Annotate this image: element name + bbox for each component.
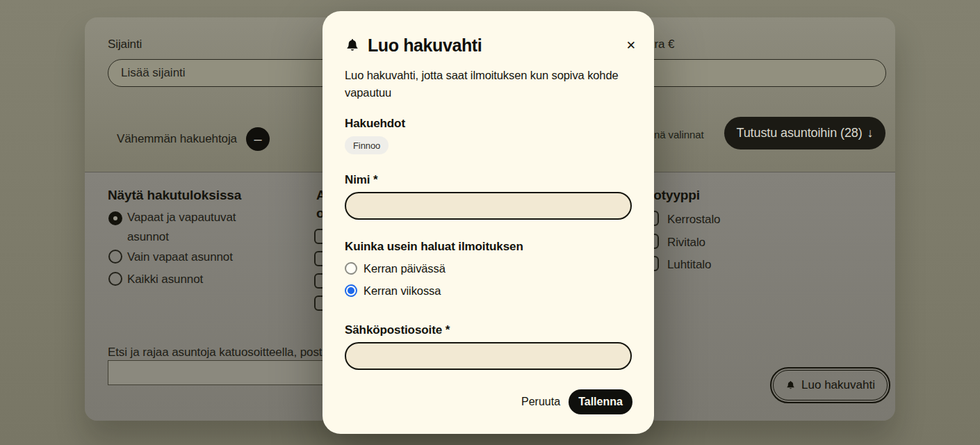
page: Sijainti kra € Vähemmän hakuehtoja – nä …: [0, 0, 980, 445]
radio-once-weekly[interactable]: [345, 284, 357, 297]
frequency-label: Kuinka usein haluat ilmoituksen: [345, 240, 523, 254]
save-button[interactable]: Tallenna: [569, 389, 632, 414]
modal-description: Luo hakuvahti, jotta saat ilmoituksen ku…: [345, 67, 639, 102]
checkbox-luhtitalo-label: Luhtitalo: [667, 258, 711, 272]
explore-apartments-label: Tutustu asuntoihin (28): [736, 126, 862, 140]
radio-free-and-upcoming[interactable]: [108, 211, 122, 225]
email-input[interactable]: [345, 342, 632, 370]
close-icon[interactable]: ✕: [623, 37, 639, 54]
radio-free-and-upcoming-label: Vapaat ja vapautuvat asunnot: [127, 208, 249, 247]
criteria-chip: Finnoo: [345, 136, 389, 154]
arrow-down-icon: ↓: [867, 126, 874, 140]
checkbox-kerrostalo-label: Kerrostalo: [667, 213, 720, 227]
create-alert-modal: Luo hakuvahti ✕ Luo hakuvahti, jotta saa…: [322, 11, 654, 434]
explore-apartments-button[interactable]: Tutustu asuntoihin (28) ↓: [724, 117, 885, 149]
radio-all-apartments-label: Kaikki asunnot: [127, 273, 203, 286]
radio-only-free-label: Vain vapaat asunnot: [127, 250, 233, 264]
bell-icon: [345, 37, 360, 54]
collapse-filters-button[interactable]: –: [246, 127, 270, 151]
location-label: Sijainti: [108, 38, 142, 51]
rent-input[interactable]: [629, 59, 886, 87]
email-label: Sähköpostiosoite *: [345, 323, 450, 337]
house-type-title: lotyyppi: [650, 188, 700, 203]
create-alert-button-background-label: Luo hakuvahti: [801, 378, 875, 392]
bell-icon: [785, 380, 796, 391]
radio-once-weekly-label: Kerran viikossa: [364, 284, 441, 298]
radio-once-daily[interactable]: [345, 262, 357, 275]
minus-icon: –: [254, 131, 261, 147]
name-input[interactable]: [345, 192, 632, 220]
street-search-label: Etsi ja rajaa asuntoja katuosoitteella, …: [108, 346, 322, 359]
cancel-button[interactable]: Peruuta: [521, 396, 560, 408]
create-alert-button-background[interactable]: Luo hakuvahti: [773, 370, 888, 400]
results-section-title: Näytä hakutuloksissa: [108, 188, 241, 203]
clear-selections-label[interactable]: nä valinnat: [654, 129, 703, 140]
radio-only-free[interactable]: [108, 250, 122, 264]
radio-all-apartments[interactable]: [108, 272, 122, 286]
name-label: Nimi *: [345, 173, 378, 187]
modal-title: Luo hakuvahti: [368, 35, 482, 56]
criteria-label: Hakuehdot: [345, 117, 405, 131]
modal-header: Luo hakuvahti ✕: [345, 34, 639, 56]
checkbox-rivitalo-label: Rivitalo: [667, 236, 705, 250]
fewer-filters-label: Vähemmän hakuehtoja: [117, 132, 237, 146]
radio-once-daily-label: Kerran päivässä: [364, 262, 446, 275]
